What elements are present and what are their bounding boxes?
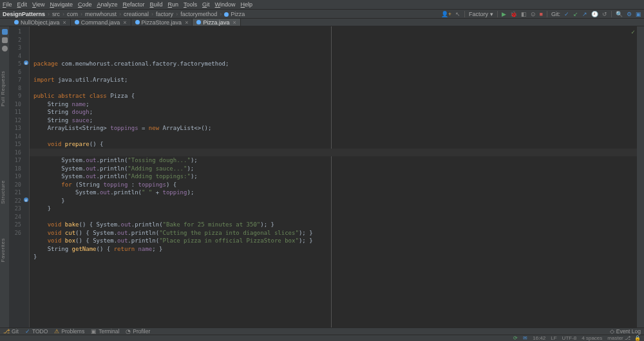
editor-area: 1234567891011121314151617181920212223242… (9, 26, 637, 327)
menu-tools[interactable]: Tools (184, 1, 197, 8)
coverage-icon[interactable]: ◧ (521, 11, 527, 17)
git-commit-icon[interactable]: ↙ (573, 11, 578, 17)
menu-window[interactable]: Window (215, 1, 236, 8)
project-tool-icon[interactable] (2, 29, 8, 35)
right-tool-strip (637, 26, 644, 327)
left-tool-label-structure[interactable]: Structure (0, 180, 6, 204)
right-margin-line (331, 26, 332, 327)
git-push-icon[interactable]: ↗ (582, 11, 587, 17)
left-tool-label-favorites[interactable]: Favorites (0, 238, 6, 262)
menu-code[interactable]: Code (78, 1, 92, 8)
left-tool-label-pull-requests[interactable]: Pull Requests (0, 71, 6, 107)
add-user-icon[interactable]: 👤+ (441, 11, 451, 17)
todo-tool-window-button[interactable]: ✓TODO (25, 328, 48, 335)
line-ending[interactable]: LF (551, 335, 556, 341)
code-line[interactable]: System.out.println("Adding toppings:"); (33, 172, 637, 181)
code-line[interactable]: void cut() { System.out.println("Cutting… (33, 229, 637, 237)
help-icon[interactable]: ▣ (636, 11, 641, 17)
code-editor[interactable]: ✓ package com.menwhorust.creational.fact… (30, 26, 637, 327)
code-line[interactable]: } (33, 197, 637, 205)
git-label: Git: (551, 11, 560, 17)
project-name[interactable]: DesignPatterns (3, 11, 45, 17)
code-line[interactable] (33, 84, 637, 93)
sync-icon[interactable]: ⟳ (513, 335, 518, 341)
event-log-button[interactable]: ◇ Event Log (610, 328, 641, 335)
menu-view[interactable]: View (32, 1, 44, 8)
github-tool-icon[interactable] (2, 46, 8, 51)
breadcrumb-src[interactable]: src (52, 11, 60, 17)
settings-icon[interactable]: ⚙ (627, 11, 632, 17)
code-line[interactable]: void prepare() { (33, 140, 637, 149)
code-line[interactable]: String getName() { return name; } (33, 245, 637, 253)
code-line[interactable]: System.out.println("Tossing dough..."); (33, 156, 637, 165)
code-line[interactable]: } (33, 205, 637, 213)
override-gutter-icon[interactable]: o (23, 60, 29, 66)
breadcrumb-creational[interactable]: creational (124, 11, 149, 17)
menu-analyze[interactable]: Analyze (97, 1, 117, 8)
git-update-icon[interactable]: ✓ (564, 11, 569, 17)
file-encoding[interactable]: UTF-8 (562, 335, 577, 341)
profile-icon[interactable]: ⊙ (531, 11, 536, 17)
code-line[interactable]: } (33, 253, 637, 261)
menu-help[interactable]: Help (241, 1, 253, 8)
main-menu-bar: FileEditViewNavigateCodeAnalyzeRefactorB… (0, 0, 644, 9)
code-line[interactable]: String name; (33, 100, 637, 109)
code-line[interactable]: import java.util.ArrayList; (33, 76, 637, 84)
code-line[interactable] (33, 68, 637, 77)
git-tool-window-button[interactable]: ⎇Git (3, 328, 19, 335)
breadcrumb-factorymethod[interactable]: factorymethod (180, 11, 217, 17)
code-line[interactable]: String sauce; (33, 116, 637, 125)
menu-refactor[interactable]: Refactor (123, 1, 145, 8)
editor-tab-pizza-java[interactable]: Pizza.java× (193, 19, 240, 26)
code-line[interactable] (33, 261, 637, 270)
menu-git[interactable]: Git (202, 1, 210, 8)
lock-icon[interactable]: 🔒 (634, 335, 641, 341)
problems-tool-window-button[interactable]: ⚠Problems (54, 328, 84, 335)
search-everywhere-icon[interactable]: 🔍 (616, 11, 623, 17)
editor-tab-command-java[interactable]: Command.java× (71, 19, 131, 26)
breadcrumb-menwhorust[interactable]: menwhorust (85, 11, 117, 17)
close-tab-icon[interactable]: × (63, 19, 66, 26)
gutter-icon-strip: oo (23, 26, 30, 327)
code-line[interactable]: public abstract class Pizza { (33, 92, 637, 100)
code-line[interactable]: void box() { System.out.println("Place p… (33, 237, 637, 245)
menu-edit[interactable]: Edit (17, 1, 28, 8)
close-tab-icon[interactable]: × (185, 19, 188, 26)
git-history-icon[interactable]: 🕘 (591, 11, 598, 17)
inspection-ok-icon[interactable]: ✓ (631, 28, 635, 37)
close-tab-icon[interactable]: × (232, 19, 236, 26)
menu-run[interactable]: Run (168, 1, 179, 8)
debug-icon[interactable]: 🐞 (510, 11, 517, 17)
editor-tab-nullobject-java[interactable]: NullObject.java× (10, 19, 71, 26)
code-line[interactable]: System.out.println(" " + topping); (33, 189, 637, 197)
breadcrumb-com[interactable]: com (67, 11, 78, 17)
code-line[interactable] (33, 133, 637, 141)
commit-tool-icon[interactable] (2, 37, 8, 43)
code-line[interactable]: System.out.println("Adding sauce..."); (33, 165, 637, 173)
breadcrumb-factory[interactable]: factory (156, 11, 173, 17)
menu-navigate[interactable]: Navigate (50, 1, 73, 8)
git-rollback-icon[interactable]: ↺ (602, 11, 607, 17)
close-tab-icon[interactable]: × (123, 19, 126, 26)
breadcrumb-file[interactable]: Pizza (224, 11, 245, 17)
code-line[interactable] (33, 213, 637, 221)
code-line[interactable]: for (String topping : toppings) { (33, 181, 637, 189)
notification-icon[interactable]: ✉ (523, 335, 527, 341)
cursor-position[interactable]: 16:42 (533, 335, 545, 341)
menu-file[interactable]: File (3, 1, 12, 8)
stop-icon[interactable]: ■ (540, 11, 543, 17)
code-line[interactable]: String dough; (33, 108, 637, 116)
run-icon[interactable]: ▶ (502, 11, 506, 17)
menu-build[interactable]: Build (150, 1, 163, 8)
override-gutter-icon[interactable]: o (23, 197, 29, 203)
editor-tab-pizzastore-java[interactable]: PizzaStore.java× (131, 19, 193, 26)
code-line[interactable]: void bake() { System.out.println("Bake f… (33, 221, 637, 229)
code-line[interactable]: package com.menwhorust.creational.factor… (33, 60, 637, 68)
profiler-tool-window-button[interactable]: ◔Profiler (126, 328, 150, 335)
indent-setting[interactable]: 4 spaces (582, 335, 602, 341)
git-branch[interactable]: master ⎇ (607, 335, 630, 341)
code-line[interactable]: ArrayList<String> toppings = new ArrayLi… (33, 124, 637, 133)
run-configuration-dropdown[interactable]: Factory ▾ (469, 11, 493, 17)
terminal-tool-window-button[interactable]: ▣Terminal (91, 328, 119, 335)
back-icon[interactable]: ↖ (455, 11, 460, 17)
